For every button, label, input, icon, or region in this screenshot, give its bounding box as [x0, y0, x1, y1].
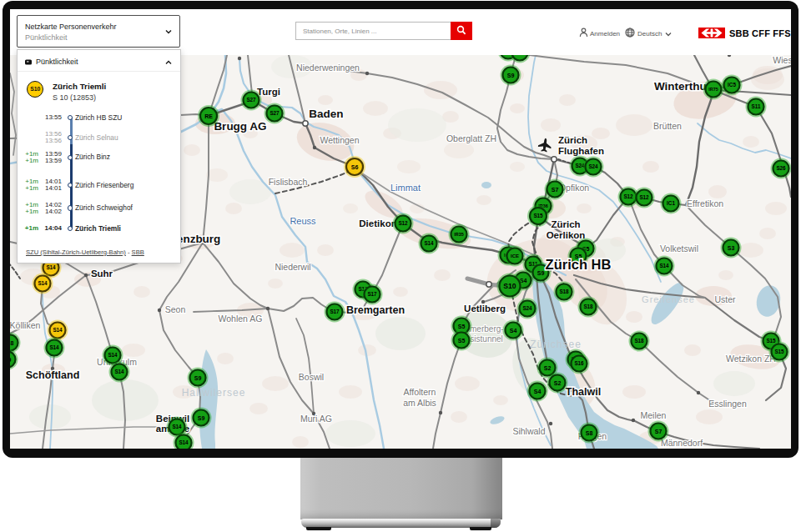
svg-text:Flughafen: Flughafen	[558, 146, 604, 156]
svg-text:S18: S18	[559, 289, 569, 294]
svg-text:S8: S8	[586, 430, 593, 436]
svg-text:S8: S8	[10, 340, 13, 346]
svg-text:ICE: ICE	[511, 253, 519, 258]
svg-text:Uetliberg: Uetliberg	[464, 304, 506, 314]
svg-text:S9: S9	[507, 73, 515, 78]
svg-text:S14: S14	[53, 327, 63, 333]
svg-text:S9: S9	[194, 375, 202, 381]
svg-text:S9: S9	[10, 357, 11, 363]
svg-text:Turgi: Turgi	[257, 87, 280, 97]
svg-text:Esslingen: Esslingen	[708, 399, 747, 409]
svg-text:S12: S12	[639, 194, 649, 200]
svg-text:Niederwil: Niederwil	[275, 262, 310, 272]
svg-text:Fislisbach: Fislisbach	[269, 177, 308, 187]
svg-text:Muri AG: Muri AG	[300, 414, 332, 424]
svg-text:S15: S15	[533, 213, 543, 218]
svg-text:S18: S18	[634, 338, 644, 344]
svg-text:Zürich HB: Zürich HB	[546, 257, 612, 272]
svg-text:Thalwil: Thalwil	[566, 386, 601, 398]
svg-text:Meilen: Meilen	[641, 410, 667, 420]
svg-text:IR35: IR35	[454, 232, 463, 237]
svg-text:Limmat: Limmat	[390, 183, 421, 193]
svg-text:Volketswil: Volketswil	[660, 243, 698, 253]
svg-text:Brugg AG: Brugg AG	[214, 120, 266, 133]
svg-text:Kölliken: Kölliken	[10, 320, 41, 330]
svg-text:S9: S9	[198, 415, 205, 421]
svg-text:Wohlen AG: Wohlen AG	[219, 314, 263, 324]
svg-text:Wetzikon ZH: Wetzikon ZH	[726, 354, 776, 364]
svg-text:S10: S10	[503, 282, 516, 290]
svg-text:S14: S14	[172, 424, 182, 429]
svg-text:Bremgarten: Bremgarten	[346, 304, 405, 316]
svg-text:S16: S16	[574, 360, 584, 366]
svg-text:Wettingen: Wettingen	[320, 135, 359, 145]
svg-text:Zürichsee: Zürichsee	[530, 339, 582, 350]
svg-text:Greifensee: Greifensee	[642, 294, 695, 304]
svg-text:S7: S7	[552, 187, 559, 193]
svg-text:S14: S14	[49, 344, 59, 350]
svg-text:Effretikon: Effretikon	[687, 198, 723, 208]
svg-text:S14: S14	[114, 369, 124, 374]
svg-text:S6: S6	[351, 164, 359, 170]
svg-text:S15: S15	[774, 349, 784, 354]
svg-text:S27: S27	[246, 97, 256, 103]
svg-text:Oberglatt ZH: Oberglatt ZH	[446, 133, 496, 143]
svg-text:Sihlwald: Sihlwald	[512, 426, 545, 436]
svg-text:S5: S5	[458, 338, 466, 344]
svg-text:S4: S4	[510, 328, 517, 334]
svg-text:Zürich: Zürich	[558, 135, 587, 145]
svg-text:Zürich: Zürich	[551, 219, 580, 229]
svg-text:S9: S9	[537, 270, 545, 276]
svg-text:Niederweningen: Niederweningen	[296, 63, 360, 73]
svg-text:Boswil: Boswil	[299, 372, 324, 382]
svg-text:Reuss: Reuss	[290, 216, 316, 226]
svg-text:S18: S18	[583, 304, 593, 309]
svg-text:Suhr: Suhr	[91, 269, 113, 279]
svg-text:Affoltern: Affoltern	[404, 387, 436, 397]
svg-text:S12: S12	[623, 193, 633, 199]
svg-text:Hallwilersee: Hallwilersee	[182, 387, 246, 399]
svg-text:S14: S14	[179, 439, 189, 445]
svg-text:S17: S17	[330, 309, 340, 314]
svg-text:S2: S2	[544, 365, 552, 371]
svg-text:IC5: IC5	[728, 82, 736, 88]
svg-text:S12: S12	[398, 220, 408, 226]
svg-text:S17: S17	[367, 291, 377, 297]
svg-text:Winterthur: Winterthur	[654, 80, 712, 93]
svg-text:Uster: Uster	[714, 294, 736, 304]
svg-text:S11: S11	[752, 103, 761, 109]
svg-text:Seon: Seon	[165, 304, 186, 314]
svg-text:S24: S24	[522, 305, 532, 311]
svg-text:IC1: IC1	[667, 200, 675, 206]
svg-text:IR75: IR75	[708, 87, 718, 92]
svg-text:S5: S5	[458, 324, 466, 329]
svg-text:S7: S7	[655, 429, 662, 434]
svg-text:Wies: Wies	[773, 55, 791, 65]
svg-text:S2: S2	[554, 380, 562, 386]
svg-text:S3: S3	[728, 245, 735, 251]
svg-text:S14: S14	[424, 240, 434, 246]
svg-text:S27: S27	[270, 110, 280, 116]
svg-text:S14: S14	[46, 264, 56, 270]
svg-text:RE: RE	[204, 113, 213, 119]
svg-text:Baden: Baden	[309, 108, 343, 120]
svg-text:S14: S14	[108, 352, 118, 358]
svg-text:S14: S14	[659, 263, 669, 269]
svg-text:S14: S14	[38, 280, 48, 286]
svg-text:S26: S26	[776, 165, 786, 171]
svg-text:Schöftland: Schöftland	[26, 369, 80, 381]
svg-text:am Albis: am Albis	[403, 398, 436, 408]
svg-text:Männedorf: Männedorf	[661, 438, 703, 448]
svg-text:S4: S4	[534, 389, 542, 394]
svg-text:Brütten: Brütten	[653, 121, 682, 131]
svg-text:S24: S24	[588, 163, 598, 169]
svg-text:Dietikon: Dietikon	[359, 218, 396, 228]
svg-text:Oerlikon: Oerlikon	[547, 230, 586, 240]
